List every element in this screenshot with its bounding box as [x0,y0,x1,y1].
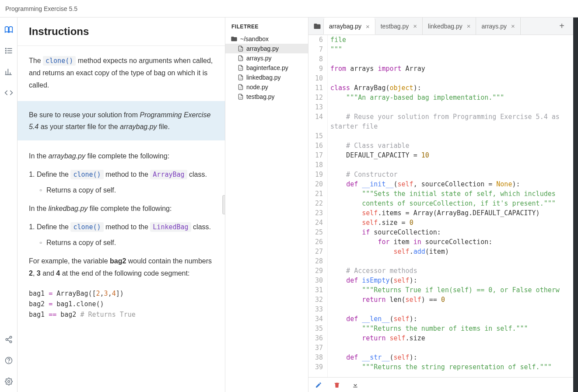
svg-line-14 [7,340,10,341]
filetree-folder[interactable]: ~/sandbox [225,34,308,44]
chart-icon[interactable] [4,67,13,76]
editor-body[interactable]: 6789101112131415161718192021222324252627… [308,35,573,377]
note-box: Be sure to reuse your solution from Prog… [18,101,225,140]
editor-tab[interactable]: arraybag.py× [323,18,375,35]
filetree-file[interactable]: </>node.py [225,82,308,92]
svg-text:</>: </> [239,97,242,99]
instructions-heading: Instructions [18,18,225,46]
download-icon[interactable] [351,381,359,389]
left-icon-bar [0,18,18,392]
share-icon[interactable] [4,335,13,344]
new-tab-button[interactable]: + [556,21,568,31]
svg-text:</>: </> [239,68,242,70]
editor-tab[interactable]: arrays.py× [476,18,520,35]
svg-text:</>: </> [239,58,242,60]
right-edge [573,18,578,392]
svg-point-17 [7,381,10,383]
svg-text:</>: </> [239,77,242,80]
line-gutter: 6789101112131415161718192021222324252627… [308,35,328,377]
filetree-file[interactable]: </>baginterface.py [225,63,308,73]
editor-tab[interactable]: linkedbag.py× [423,18,476,35]
close-icon[interactable]: × [366,23,370,30]
svg-text:</>: </> [239,49,242,51]
instructions-panel[interactable]: Instructions The clone() method expects … [18,18,225,392]
app-title: Programming Exercise 5.5 [5,5,77,12]
code-example: bag1 = ArrayBag([2,3,4]) bag2 = bag1.clo… [29,288,214,320]
svg-text:</>: </> [239,87,242,89]
close-icon[interactable]: × [413,22,417,30]
editor-tabs: arraybag.py×testbag.py×linkedbag.py×arra… [308,18,573,35]
help-icon[interactable] [4,356,13,365]
svg-point-3 [5,48,6,49]
filetree-file[interactable]: </>linkedbag.py [225,73,308,82]
title-bar: Programming Exercise 5.5 [0,0,578,18]
close-icon[interactable]: × [511,22,515,30]
filetree-file[interactable]: </>arrays.py [225,53,308,63]
editor-footer [308,377,573,392]
svg-point-10 [10,336,12,339]
gear-icon[interactable] [4,377,13,386]
filetree-file[interactable]: </>arraybag.py [225,44,308,53]
filetree-file[interactable]: </>testbag.py [225,92,308,102]
code-icon[interactable] [4,88,13,97]
code-clone: clone() [43,56,76,66]
filetree-panel: FILETREE ~/sandbox</>arraybag.py</>array… [225,18,308,392]
svg-point-12 [10,341,12,343]
svg-point-5 [5,52,6,53]
instructions-body: The clone() method expects no arguments … [18,46,225,329]
close-icon[interactable]: × [467,22,471,30]
list-item: Define the clone() method to the LinkedB… [37,221,214,249]
svg-line-13 [7,338,10,339]
svg-point-4 [5,50,6,51]
list-item: Define the clone() method to the ArrayBa… [37,168,214,196]
code-area[interactable]: file""" from arrays import Array class A… [328,35,573,377]
editor-panel: arraybag.py×testbag.py×linkedbag.py×arra… [308,18,573,392]
filetree-header: FILETREE [225,18,308,34]
folder-icon[interactable] [311,22,323,30]
trash-icon[interactable] [333,381,341,389]
svg-point-16 [8,362,9,362]
book-icon[interactable] [4,25,13,34]
editor-tab[interactable]: testbag.py× [375,18,423,35]
svg-point-11 [6,339,8,341]
edit-icon[interactable] [315,381,322,389]
list-icon[interactable] [4,46,13,55]
panel-resize-handle[interactable] [222,195,225,214]
